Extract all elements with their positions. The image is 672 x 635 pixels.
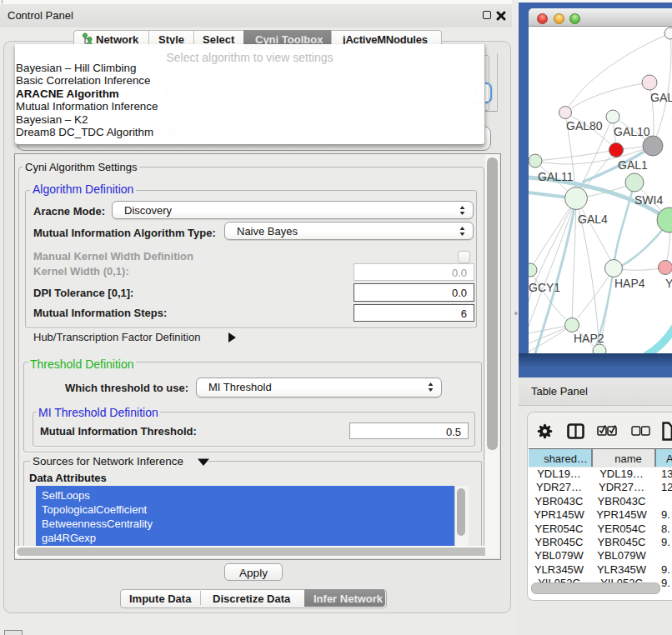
svg-text:GAL4: GAL4 xyxy=(578,212,608,226)
svg-text:HAP4: HAP4 xyxy=(614,277,645,290)
svg-text:GAL80: GAL80 xyxy=(566,119,603,132)
svg-text:SWI4: SWI4 xyxy=(634,193,663,207)
svg-text:YJ: YJ xyxy=(665,277,672,290)
svg-text:GAL11: GAL11 xyxy=(538,170,574,183)
svg-text:GAL2: GAL2 xyxy=(650,91,672,104)
svg-text:GAL10: GAL10 xyxy=(614,125,650,138)
svg-text:GAL1: GAL1 xyxy=(618,158,648,172)
svg-text:HAP2: HAP2 xyxy=(574,332,604,345)
svg-text:GCY1: GCY1 xyxy=(529,281,560,294)
